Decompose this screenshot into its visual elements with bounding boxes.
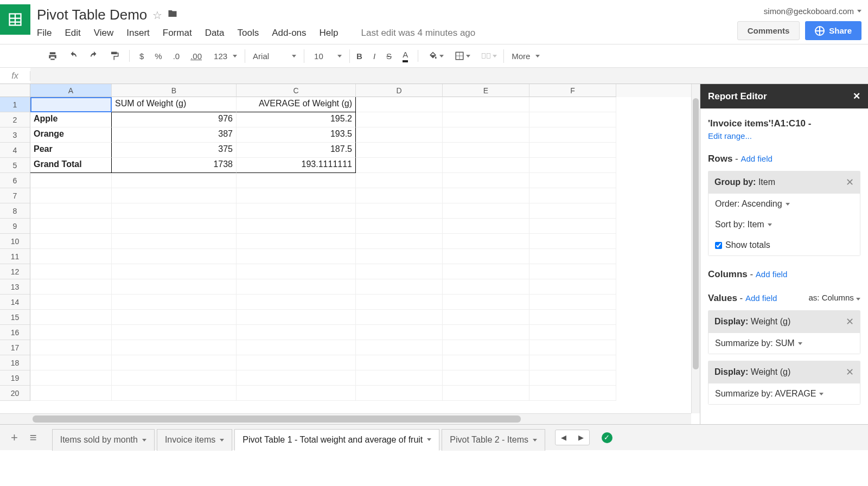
format-currency[interactable]: $ xyxy=(135,49,148,63)
col-header-a[interactable]: A xyxy=(30,84,112,97)
cell-A5[interactable]: Grand Total xyxy=(30,158,112,173)
cell-F9[interactable] xyxy=(529,219,616,234)
tab-nav-left-icon[interactable]: ◀ xyxy=(556,430,572,445)
cell-B15[interactable] xyxy=(112,310,237,325)
cell-F19[interactable] xyxy=(529,370,616,386)
row-header-1[interactable]: 1 xyxy=(0,97,30,112)
row-header-4[interactable]: 4 xyxy=(0,143,30,158)
summarize-1-dropdown[interactable]: Summarize by: SUM xyxy=(709,333,860,354)
fill-color-icon[interactable] xyxy=(424,49,448,63)
cell-F8[interactable] xyxy=(529,203,616,219)
sheet-tab-0[interactable]: Items sold by month xyxy=(52,429,155,451)
cell-grid[interactable]: SUM of Weight (g)AVERAGE of Weight (g)Ap… xyxy=(30,97,700,424)
borders-icon[interactable] xyxy=(450,49,475,63)
row-header-9[interactable]: 9 xyxy=(0,219,30,234)
cell-C11[interactable] xyxy=(237,249,356,264)
row-header-3[interactable]: 3 xyxy=(0,127,30,143)
cell-E17[interactable] xyxy=(443,340,529,355)
strikethrough-icon[interactable]: S xyxy=(382,49,396,63)
cell-A18[interactable] xyxy=(30,355,112,370)
cell-D11[interactable] xyxy=(356,249,443,264)
cell-F3[interactable] xyxy=(529,127,616,143)
cell-C3[interactable]: 193.5 xyxy=(237,127,356,143)
cell-B11[interactable] xyxy=(112,249,237,264)
menu-view[interactable]: View xyxy=(94,28,114,39)
cell-E10[interactable] xyxy=(443,234,529,249)
cell-F12[interactable] xyxy=(529,264,616,279)
cell-E4[interactable] xyxy=(443,143,529,158)
tab-nav-right-icon[interactable]: ▶ xyxy=(573,430,589,445)
cell-F20[interactable] xyxy=(529,386,616,401)
cell-C8[interactable] xyxy=(237,203,356,219)
cell-E2[interactable] xyxy=(443,112,529,127)
show-totals-checkbox[interactable] xyxy=(715,242,722,249)
cell-B19[interactable] xyxy=(112,370,237,386)
formula-input[interactable] xyxy=(30,68,868,84)
cell-D8[interactable] xyxy=(356,203,443,219)
sheet-tab-menu-icon[interactable] xyxy=(142,439,146,442)
cell-D4[interactable] xyxy=(356,143,443,158)
sheet-tab-1[interactable]: Invoice items xyxy=(157,429,232,451)
folder-icon[interactable] xyxy=(168,9,177,21)
document-title[interactable]: Pivot Table Demo xyxy=(37,7,147,23)
cell-B20[interactable] xyxy=(112,386,237,401)
cell-E13[interactable] xyxy=(443,279,529,295)
row-header-13[interactable]: 13 xyxy=(0,279,30,295)
col-header-c[interactable]: C xyxy=(237,84,356,97)
text-color-icon[interactable]: A xyxy=(398,48,412,65)
col-header-f[interactable]: F xyxy=(529,84,616,97)
remove-value-1-icon[interactable]: ✕ xyxy=(846,316,854,328)
cell-C19[interactable] xyxy=(237,370,356,386)
cell-B9[interactable] xyxy=(112,219,237,234)
row-header-12[interactable]: 12 xyxy=(0,264,30,279)
values-add-field-link[interactable]: Add field xyxy=(745,293,777,303)
star-icon[interactable]: ☆ xyxy=(152,9,162,22)
row-header-8[interactable]: 8 xyxy=(0,203,30,219)
cell-D17[interactable] xyxy=(356,340,443,355)
cell-F15[interactable] xyxy=(529,310,616,325)
cell-C7[interactable] xyxy=(237,188,356,203)
cell-E12[interactable] xyxy=(443,264,529,279)
cell-D1[interactable] xyxy=(356,97,443,112)
cell-D16[interactable] xyxy=(356,325,443,340)
cell-D12[interactable] xyxy=(356,264,443,279)
cell-C14[interactable] xyxy=(237,295,356,310)
cell-F16[interactable] xyxy=(529,325,616,340)
cell-A7[interactable] xyxy=(30,188,112,203)
cell-C10[interactable] xyxy=(237,234,356,249)
cell-F10[interactable] xyxy=(529,234,616,249)
col-header-e[interactable]: E xyxy=(443,84,529,97)
row-header-11[interactable]: 11 xyxy=(0,249,30,264)
cell-C12[interactable] xyxy=(237,264,356,279)
cell-B18[interactable] xyxy=(112,355,237,370)
row-header-5[interactable]: 5 xyxy=(0,158,30,173)
col-header-b[interactable]: B xyxy=(112,84,237,97)
cell-A13[interactable] xyxy=(30,279,112,295)
cell-C2[interactable]: 195.2 xyxy=(237,112,356,127)
menu-insert[interactable]: Insert xyxy=(126,28,150,39)
row-header-18[interactable]: 18 xyxy=(0,355,30,370)
menu-format[interactable]: Format xyxy=(163,28,192,39)
cell-F1[interactable] xyxy=(529,97,616,112)
select-all-corner[interactable] xyxy=(0,84,30,97)
columns-add-field-link[interactable]: Add field xyxy=(756,270,787,279)
vertical-scrollbar[interactable] xyxy=(691,84,700,413)
cell-E6[interactable] xyxy=(443,173,529,188)
sheet-tab-3[interactable]: Pivot Table 2 - Items xyxy=(442,429,545,451)
cell-E7[interactable] xyxy=(443,188,529,203)
spreadsheet-grid[interactable]: A B C D E F 1234567891011121314151617181… xyxy=(0,84,700,424)
cell-D9[interactable] xyxy=(356,219,443,234)
cell-A4[interactable]: Pear xyxy=(30,143,112,158)
sort-by-dropdown[interactable]: Sort by: Item xyxy=(709,214,860,235)
status-saved-icon[interactable]: ✓ xyxy=(602,432,612,443)
cell-B3[interactable]: 387 xyxy=(112,127,237,143)
close-panel-icon[interactable]: ✕ xyxy=(853,91,860,102)
cell-F14[interactable] xyxy=(529,295,616,310)
row-header-2[interactable]: 2 xyxy=(0,112,30,127)
comments-button[interactable]: Comments xyxy=(737,21,800,40)
cell-B6[interactable] xyxy=(112,173,237,188)
cell-B8[interactable] xyxy=(112,203,237,219)
cell-B13[interactable] xyxy=(112,279,237,295)
cell-E11[interactable] xyxy=(443,249,529,264)
cell-D5[interactable] xyxy=(356,158,443,173)
